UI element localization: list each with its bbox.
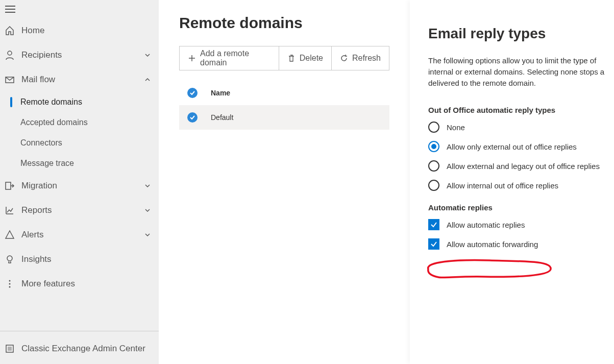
- svg-point-9: [9, 286, 11, 288]
- sidebar-item-home[interactable]: Home: [0, 18, 159, 43]
- toolbar-button-label: Add a remote domain: [200, 49, 271, 67]
- sidebar-item-label: Recipients: [21, 50, 143, 60]
- panel-description: The following options allow you to limit…: [428, 55, 614, 88]
- sidebar-item-migration[interactable]: Migration: [0, 174, 159, 198]
- checkbox-auto-replies[interactable]: Allow automatic replies: [428, 219, 614, 230]
- toolbar: Add a remote domain Delete Refresh: [179, 46, 389, 70]
- page-title: Remote domains: [179, 14, 389, 32]
- checkbox-label: Allow automatic replies: [447, 221, 525, 229]
- sidebar-subitem-label: Remote domains: [20, 98, 152, 107]
- svg-rect-5: [6, 182, 11, 189]
- sidebar-subitem-connectors[interactable]: Connectors: [0, 133, 159, 153]
- radio-external-legacy[interactable]: Allow external and legacy out of office …: [428, 160, 614, 172]
- checkbox-checked-icon: [428, 219, 439, 230]
- checkbox-checked-icon: [428, 238, 439, 250]
- radio-icon: [428, 180, 439, 191]
- radio-icon: [428, 141, 439, 152]
- select-all-checkmark-icon: [187, 88, 198, 98]
- radio-label: Allow internal out of office replies: [447, 181, 558, 190]
- table-row[interactable]: Default: [179, 105, 389, 130]
- migrate-icon: [4, 180, 15, 191]
- svg-point-3: [8, 51, 12, 55]
- person-icon: [4, 50, 15, 61]
- column-header-name[interactable]: Name: [211, 89, 230, 97]
- sidebar-item-alerts[interactable]: Alerts: [0, 223, 159, 247]
- chevron-up-icon: [143, 76, 152, 84]
- svg-point-7: [9, 280, 11, 282]
- delete-button[interactable]: Delete: [279, 46, 332, 70]
- sidebar-item-label: Mail flow: [21, 75, 143, 85]
- sidebar-item-label: Reports: [21, 205, 143, 215]
- toolbar-button-label: Refresh: [352, 54, 381, 63]
- chevron-down-icon: [143, 51, 152, 59]
- sidebar-subitem-label: Connectors: [20, 138, 152, 148]
- sidebar-subitem-remote-domains[interactable]: Remote domains: [0, 92, 159, 112]
- radio-icon: [428, 160, 439, 172]
- radio-label: None: [447, 123, 465, 132]
- radio-label: Allow only external out of office replie…: [447, 142, 577, 151]
- radio-icon: [428, 122, 439, 133]
- sidebar-item-reports[interactable]: Reports: [0, 198, 159, 223]
- sidebar-footer-classic-eac[interactable]: Classic Exchange Admin Center: [0, 333, 159, 364]
- reports-icon: [4, 205, 15, 216]
- radio-internal[interactable]: Allow internal out of office replies: [428, 180, 614, 191]
- sidebar-item-recipients[interactable]: Recipients: [0, 43, 159, 67]
- chevron-down-icon: [143, 182, 152, 190]
- refresh-icon: [340, 54, 348, 62]
- annotation-highlight: [423, 258, 554, 279]
- section-title-ooo: Out of Office automatic reply types: [428, 106, 614, 114]
- classic-eac-icon: [4, 343, 15, 354]
- sidebar-item-mail-flow[interactable]: Mail flow: [0, 67, 159, 92]
- table-header: Name: [179, 81, 389, 105]
- details-panel: Email reply types The following options …: [410, 0, 614, 364]
- sidebar-subitem-label: Message trace: [20, 159, 152, 168]
- add-remote-domain-button[interactable]: Add a remote domain: [180, 46, 279, 70]
- sidebar-item-label: Alerts: [21, 230, 143, 240]
- sidebar-subitem-label: Accepted domains: [20, 118, 152, 127]
- row-name-cell: Default: [211, 113, 233, 122]
- sidebar-item-insights[interactable]: Insights: [0, 247, 159, 272]
- sidebar-item-label: Home: [21, 26, 152, 36]
- main-content: Remote domains Add a remote domain Delet…: [159, 0, 410, 364]
- sidebar: Home Recipients Mail flow Remote domains…: [0, 0, 159, 364]
- select-all-cell[interactable]: [187, 88, 211, 98]
- svg-point-6: [7, 256, 12, 261]
- chevron-down-icon: [143, 206, 152, 214]
- section-title-auto-replies: Automatic replies: [428, 203, 614, 212]
- checkbox-auto-forwarding[interactable]: Allow automatic forwarding: [428, 238, 614, 250]
- sidebar-subitem-message-trace[interactable]: Message trace: [0, 153, 159, 174]
- checkbox-label: Allow automatic forwarding: [447, 240, 538, 249]
- alert-icon: [4, 229, 15, 240]
- toolbar-button-label: Delete: [300, 54, 323, 63]
- mail-icon: [4, 74, 15, 85]
- plus-icon: [188, 54, 196, 62]
- radio-external-only[interactable]: Allow only external out of office replie…: [428, 141, 614, 152]
- more-icon: [4, 278, 15, 289]
- svg-point-8: [9, 283, 11, 285]
- sidebar-item-more-features[interactable]: More features: [0, 272, 159, 296]
- sidebar-item-label: Insights: [21, 254, 152, 264]
- svg-rect-11: [8, 347, 12, 351]
- sidebar-item-label: Migration: [21, 181, 143, 191]
- hamburger-menu[interactable]: [0, 2, 159, 18]
- chevron-down-icon: [143, 231, 152, 239]
- sidebar-footer-label: Classic Exchange Admin Center: [21, 344, 152, 354]
- panel-title: Email reply types: [428, 26, 614, 42]
- sidebar-subitem-accepted-domains[interactable]: Accepted domains: [0, 112, 159, 133]
- home-icon: [4, 25, 15, 36]
- hamburger-icon: [5, 5, 15, 13]
- trash-icon: [287, 54, 296, 62]
- refresh-button[interactable]: Refresh: [332, 46, 389, 70]
- radio-none[interactable]: None: [428, 122, 614, 133]
- row-select-cell[interactable]: [187, 112, 211, 123]
- sidebar-divider: [0, 331, 159, 331]
- sidebar-item-label: More features: [21, 279, 152, 289]
- sidebar-spacer: [0, 296, 159, 329]
- radio-label: Allow external and legacy out of office …: [447, 162, 600, 171]
- bulb-icon: [4, 254, 15, 265]
- row-checkmark-icon: [187, 112, 198, 123]
